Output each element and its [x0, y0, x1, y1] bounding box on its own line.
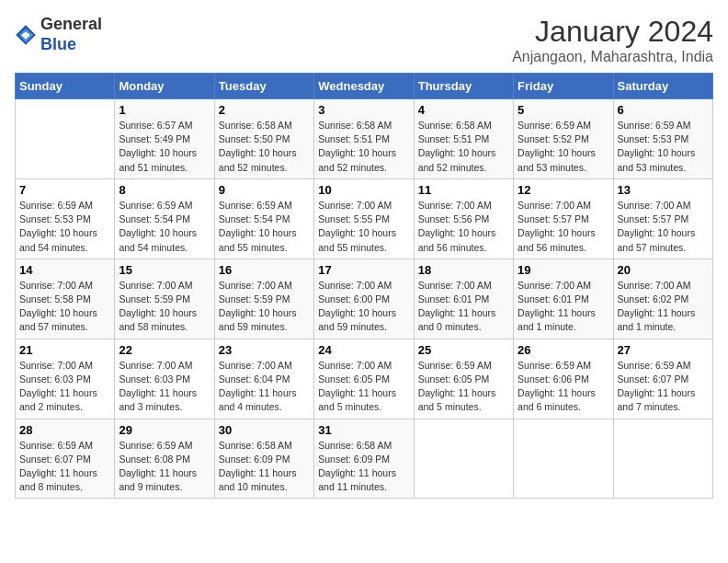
day-header-monday: Monday: [115, 74, 214, 99]
calendar-cell: [414, 419, 513, 499]
calendar-cell: 1Sunrise: 6:57 AM Sunset: 5:49 PM Daylig…: [115, 99, 214, 179]
day-detail: Sunrise: 7:00 AM Sunset: 6:05 PM Dayligh…: [318, 359, 409, 415]
calendar-table: SundayMondayTuesdayWednesdayThursdayFrid…: [15, 73, 713, 499]
day-number: 9: [219, 183, 310, 197]
day-detail: Sunrise: 7:00 AM Sunset: 6:00 PM Dayligh…: [318, 279, 409, 335]
calendar-cell: 25Sunrise: 6:59 AM Sunset: 6:05 PM Dayli…: [414, 339, 513, 419]
day-detail: Sunrise: 6:59 AM Sunset: 6:08 PM Dayligh…: [119, 439, 210, 495]
calendar-header-row: SundayMondayTuesdayWednesdayThursdayFrid…: [16, 74, 713, 99]
day-number: 11: [418, 183, 509, 197]
day-detail: Sunrise: 7:00 AM Sunset: 5:58 PM Dayligh…: [19, 279, 110, 335]
day-number: 7: [19, 183, 110, 197]
calendar-cell: 29Sunrise: 6:59 AM Sunset: 6:08 PM Dayli…: [115, 419, 214, 499]
day-detail: Sunrise: 7:00 AM Sunset: 5:57 PM Dayligh…: [618, 199, 709, 255]
day-number: 4: [418, 103, 509, 117]
calendar-week-5: 28Sunrise: 6:59 AM Sunset: 6:07 PM Dayli…: [16, 419, 713, 499]
calendar-cell: 15Sunrise: 7:00 AM Sunset: 5:59 PM Dayli…: [115, 259, 214, 339]
day-detail: Sunrise: 6:58 AM Sunset: 6:09 PM Dayligh…: [318, 439, 409, 495]
day-number: 24: [318, 343, 409, 357]
day-header-thursday: Thursday: [414, 74, 513, 99]
day-header-tuesday: Tuesday: [214, 74, 313, 99]
month-title: January 2024: [512, 15, 713, 49]
day-detail: Sunrise: 7:00 AM Sunset: 5:59 PM Dayligh…: [219, 279, 310, 335]
day-detail: Sunrise: 6:59 AM Sunset: 5:54 PM Dayligh…: [219, 199, 310, 255]
calendar-cell: 10Sunrise: 7:00 AM Sunset: 5:55 PM Dayli…: [314, 178, 414, 259]
calendar-cell: 16Sunrise: 7:00 AM Sunset: 5:59 PM Dayli…: [214, 259, 313, 339]
day-detail: Sunrise: 6:59 AM Sunset: 6:07 PM Dayligh…: [618, 359, 709, 415]
day-detail: Sunrise: 6:59 AM Sunset: 5:52 PM Dayligh…: [518, 119, 609, 175]
logo-general-text: General: [40, 15, 102, 33]
calendar-cell: 9Sunrise: 6:59 AM Sunset: 5:54 PM Daylig…: [214, 178, 313, 259]
calendar-cell: 23Sunrise: 7:00 AM Sunset: 6:04 PM Dayli…: [214, 339, 313, 419]
day-header-friday: Friday: [514, 74, 613, 99]
day-header-wednesday: Wednesday: [314, 74, 414, 99]
day-number: 23: [219, 343, 310, 357]
calendar-cell: 31Sunrise: 6:58 AM Sunset: 6:09 PM Dayli…: [314, 419, 414, 499]
day-number: 30: [219, 423, 310, 437]
calendar-cell: 5Sunrise: 6:59 AM Sunset: 5:52 PM Daylig…: [514, 99, 613, 179]
calendar-cell: [613, 419, 712, 499]
day-detail: Sunrise: 7:00 AM Sunset: 6:03 PM Dayligh…: [19, 359, 110, 415]
day-number: 26: [518, 343, 609, 357]
calendar-cell: 24Sunrise: 7:00 AM Sunset: 6:05 PM Dayli…: [314, 339, 414, 419]
day-number: 1: [119, 103, 210, 117]
day-number: 17: [318, 263, 409, 277]
day-detail: Sunrise: 6:59 AM Sunset: 5:53 PM Dayligh…: [19, 199, 110, 255]
day-header-saturday: Saturday: [613, 74, 712, 99]
calendar-cell: 11Sunrise: 7:00 AM Sunset: 5:56 PM Dayli…: [414, 178, 513, 259]
day-detail: Sunrise: 6:57 AM Sunset: 5:49 PM Dayligh…: [119, 119, 210, 175]
day-number: 28: [19, 423, 110, 437]
calendar-cell: 30Sunrise: 6:58 AM Sunset: 6:09 PM Dayli…: [214, 419, 313, 499]
day-detail: Sunrise: 6:59 AM Sunset: 5:53 PM Dayligh…: [618, 119, 709, 175]
day-number: 16: [219, 263, 310, 277]
location-subtitle: Anjangaon, Maharashtra, India: [512, 49, 713, 65]
calendar-cell: 21Sunrise: 7:00 AM Sunset: 6:03 PM Dayli…: [16, 339, 115, 419]
day-number: 5: [518, 103, 609, 117]
day-detail: Sunrise: 7:00 AM Sunset: 6:03 PM Dayligh…: [119, 359, 210, 415]
day-detail: Sunrise: 7:00 AM Sunset: 6:01 PM Dayligh…: [518, 279, 609, 335]
calendar-cell: 6Sunrise: 6:59 AM Sunset: 5:53 PM Daylig…: [613, 99, 712, 179]
calendar-cell: 28Sunrise: 6:59 AM Sunset: 6:07 PM Dayli…: [16, 419, 115, 499]
day-detail: Sunrise: 7:00 AM Sunset: 6:04 PM Dayligh…: [219, 359, 310, 415]
day-number: 21: [19, 343, 110, 357]
calendar-cell: 3Sunrise: 6:58 AM Sunset: 5:51 PM Daylig…: [314, 99, 414, 179]
day-number: 3: [318, 103, 409, 117]
day-detail: Sunrise: 6:59 AM Sunset: 6:05 PM Dayligh…: [418, 359, 509, 415]
day-detail: Sunrise: 7:00 AM Sunset: 5:56 PM Dayligh…: [418, 199, 509, 255]
calendar-cell: 12Sunrise: 7:00 AM Sunset: 5:57 PM Dayli…: [514, 178, 613, 259]
day-detail: Sunrise: 7:00 AM Sunset: 5:55 PM Dayligh…: [318, 199, 409, 255]
calendar-cell: 2Sunrise: 6:58 AM Sunset: 5:50 PM Daylig…: [214, 99, 313, 179]
calendar-cell: [514, 419, 613, 499]
day-number: 12: [518, 183, 609, 197]
calendar-cell: 20Sunrise: 7:00 AM Sunset: 6:02 PM Dayli…: [613, 259, 712, 339]
calendar-cell: 14Sunrise: 7:00 AM Sunset: 5:58 PM Dayli…: [16, 259, 115, 339]
calendar-cell: 8Sunrise: 6:59 AM Sunset: 5:54 PM Daylig…: [115, 178, 214, 259]
calendar-cell: 18Sunrise: 7:00 AM Sunset: 6:01 PM Dayli…: [414, 259, 513, 339]
day-number: 10: [318, 183, 409, 197]
day-detail: Sunrise: 7:00 AM Sunset: 6:01 PM Dayligh…: [418, 279, 509, 335]
day-number: 13: [618, 183, 709, 197]
day-detail: Sunrise: 6:59 AM Sunset: 6:07 PM Dayligh…: [19, 439, 110, 495]
logo-icon: [15, 24, 37, 46]
day-number: 2: [219, 103, 310, 117]
day-number: 6: [618, 103, 709, 117]
day-number: 31: [318, 423, 409, 437]
day-number: 14: [19, 263, 110, 277]
calendar-week-3: 14Sunrise: 7:00 AM Sunset: 5:58 PM Dayli…: [16, 259, 713, 339]
day-number: 22: [119, 343, 210, 357]
calendar-cell: 19Sunrise: 7:00 AM Sunset: 6:01 PM Dayli…: [514, 259, 613, 339]
calendar-cell: 13Sunrise: 7:00 AM Sunset: 5:57 PM Dayli…: [613, 178, 712, 259]
day-number: 27: [618, 343, 709, 357]
calendar-cell: 4Sunrise: 6:58 AM Sunset: 5:51 PM Daylig…: [414, 99, 513, 179]
day-number: 20: [618, 263, 709, 277]
calendar-week-1: 1Sunrise: 6:57 AM Sunset: 5:49 PM Daylig…: [16, 99, 713, 179]
day-number: 8: [119, 183, 210, 197]
calendar-cell: [16, 99, 115, 179]
day-number: 19: [518, 263, 609, 277]
calendar-week-4: 21Sunrise: 7:00 AM Sunset: 6:03 PM Dayli…: [16, 339, 713, 419]
day-detail: Sunrise: 6:59 AM Sunset: 5:54 PM Dayligh…: [119, 199, 210, 255]
day-detail: Sunrise: 6:58 AM Sunset: 5:51 PM Dayligh…: [318, 119, 409, 175]
calendar-cell: 17Sunrise: 7:00 AM Sunset: 6:00 PM Dayli…: [314, 259, 414, 339]
day-number: 25: [418, 343, 509, 357]
day-number: 15: [119, 263, 210, 277]
